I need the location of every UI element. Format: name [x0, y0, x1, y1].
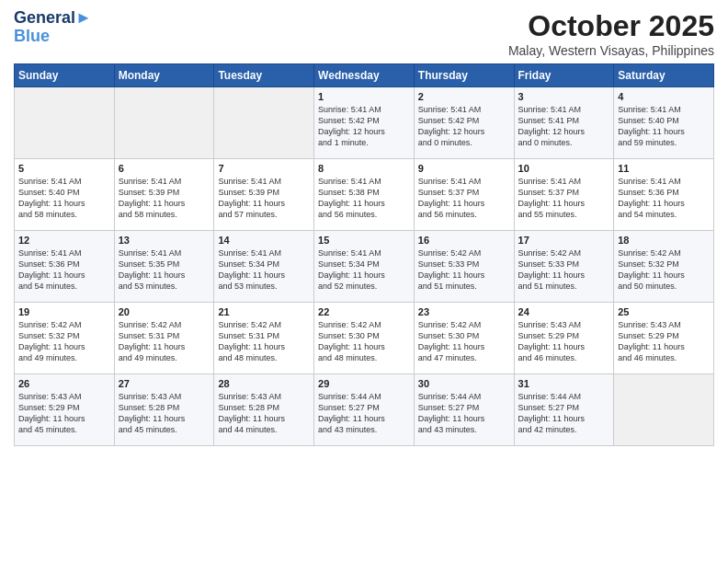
subtitle: Malay, Western Visayas, Philippines: [508, 43, 714, 58]
cell-text: Daylight: 11 hours: [119, 341, 210, 352]
cell-text: Daylight: 11 hours: [218, 413, 310, 424]
cell-text: and 42 minutes.: [518, 424, 610, 435]
day-number: 31: [518, 378, 610, 389]
cell-text: and 49 minutes.: [18, 352, 110, 363]
day-number: 9: [418, 163, 510, 174]
day-number: 22: [318, 306, 410, 317]
cell-text: Sunrise: 5:42 AM: [618, 247, 710, 259]
cell-text: Sunset: 5:37 PM: [518, 187, 610, 198]
cell-text: Daylight: 11 hours: [418, 198, 510, 209]
cell-text: and 53 minutes.: [119, 281, 210, 292]
day-number: 10: [518, 163, 610, 174]
cell-text: Daylight: 11 hours: [318, 341, 410, 352]
cell-text: Sunrise: 5:41 AM: [218, 247, 310, 259]
day-number: 23: [418, 306, 510, 317]
day-number: 21: [218, 306, 310, 317]
cell-text: Sunrise: 5:42 AM: [518, 247, 610, 259]
cell-text: and 53 minutes.: [218, 281, 310, 292]
cell-text: Sunrise: 5:42 AM: [318, 319, 410, 330]
day-number: 13: [119, 235, 210, 246]
cell-text: Daylight: 11 hours: [618, 341, 710, 352]
cell-text: Daylight: 12 hours: [518, 126, 610, 137]
calendar-week-1: 1Sunrise: 5:41 AMSunset: 5:42 PMDaylight…: [15, 87, 714, 159]
cell-text: Sunrise: 5:41 AM: [218, 176, 310, 187]
cell-text: Sunrise: 5:41 AM: [618, 176, 710, 187]
cell-text: Sunrise: 5:41 AM: [618, 104, 710, 115]
calendar-cell: 16Sunrise: 5:42 AMSunset: 5:33 PMDayligh…: [414, 231, 514, 303]
logo-text: General►: [14, 9, 92, 28]
day-number: 29: [318, 378, 410, 389]
calendar-week-5: 26Sunrise: 5:43 AMSunset: 5:29 PMDayligh…: [15, 374, 714, 446]
cell-text: Sunset: 5:42 PM: [418, 115, 510, 126]
cell-text: and 1 minute.: [318, 137, 410, 148]
title-block: October 2025 Malay, Western Visayas, Phi…: [508, 9, 714, 58]
cell-text: and 46 minutes.: [518, 352, 610, 363]
calendar-cell: 28Sunrise: 5:43 AMSunset: 5:28 PMDayligh…: [214, 374, 314, 446]
day-number: 3: [518, 91, 610, 102]
calendar-cell: [114, 87, 214, 159]
cell-text: Sunrise: 5:42 AM: [119, 319, 210, 330]
cell-text: Sunrise: 5:42 AM: [18, 319, 110, 330]
cell-text: and 0 minutes.: [518, 137, 610, 148]
cell-text: Daylight: 11 hours: [218, 198, 310, 209]
col-tuesday: Tuesday: [214, 64, 314, 87]
cell-text: Daylight: 11 hours: [418, 270, 510, 281]
cell-text: Sunset: 5:32 PM: [618, 259, 710, 270]
cell-text: Daylight: 11 hours: [618, 270, 710, 281]
cell-text: Daylight: 11 hours: [518, 198, 610, 209]
calendar-week-2: 5Sunrise: 5:41 AMSunset: 5:40 PMDaylight…: [15, 159, 714, 231]
day-number: 24: [518, 306, 610, 317]
cell-text: and 43 minutes.: [418, 424, 510, 435]
calendar-cell: 6Sunrise: 5:41 AMSunset: 5:39 PMDaylight…: [114, 159, 214, 231]
calendar-cell: 20Sunrise: 5:42 AMSunset: 5:31 PMDayligh…: [114, 303, 214, 374]
cell-text: Daylight: 11 hours: [218, 341, 310, 352]
cell-text: Sunset: 5:28 PM: [119, 402, 210, 413]
calendar-cell: 2Sunrise: 5:41 AMSunset: 5:42 PMDaylight…: [414, 87, 514, 159]
col-sunday: Sunday: [15, 64, 115, 87]
cell-text: Sunset: 5:35 PM: [119, 259, 210, 270]
cell-text: Sunset: 5:29 PM: [18, 402, 110, 413]
calendar-cell: 19Sunrise: 5:42 AMSunset: 5:32 PMDayligh…: [15, 303, 115, 374]
calendar-cell: 25Sunrise: 5:43 AMSunset: 5:29 PMDayligh…: [614, 303, 714, 374]
calendar-cell: 13Sunrise: 5:41 AMSunset: 5:35 PMDayligh…: [114, 231, 214, 303]
cell-text: Sunset: 5:39 PM: [119, 187, 210, 198]
calendar-cell: 22Sunrise: 5:42 AMSunset: 5:30 PMDayligh…: [314, 303, 415, 374]
cell-text: Sunrise: 5:44 AM: [418, 391, 510, 402]
cell-text: Daylight: 11 hours: [518, 270, 610, 281]
cell-text: Sunset: 5:29 PM: [618, 330, 710, 341]
col-wednesday: Wednesday: [314, 64, 415, 87]
cell-text: Sunset: 5:39 PM: [218, 187, 310, 198]
cell-text: and 52 minutes.: [318, 281, 410, 292]
cell-text: Sunrise: 5:41 AM: [318, 176, 410, 187]
cell-text: Daylight: 11 hours: [418, 413, 510, 424]
day-number: 28: [218, 378, 310, 389]
calendar-cell: 9Sunrise: 5:41 AMSunset: 5:37 PMDaylight…: [414, 159, 514, 231]
calendar-cell: 4Sunrise: 5:41 AMSunset: 5:40 PMDaylight…: [614, 87, 714, 159]
cell-text: Sunset: 5:31 PM: [218, 330, 310, 341]
calendar-cell: 18Sunrise: 5:42 AMSunset: 5:32 PMDayligh…: [614, 231, 714, 303]
cell-text: Daylight: 11 hours: [618, 126, 710, 137]
day-number: 17: [518, 235, 610, 246]
cell-text: Sunrise: 5:41 AM: [18, 176, 110, 187]
cell-text: Sunrise: 5:43 AM: [218, 391, 310, 402]
cell-text: Daylight: 11 hours: [119, 413, 210, 424]
calendar-week-4: 19Sunrise: 5:42 AMSunset: 5:32 PMDayligh…: [15, 303, 714, 374]
cell-text: and 48 minutes.: [318, 352, 410, 363]
cell-text: Sunset: 5:40 PM: [618, 115, 710, 126]
cell-text: Sunset: 5:27 PM: [518, 402, 610, 413]
cell-text: Sunrise: 5:44 AM: [318, 391, 410, 402]
cell-text: and 55 minutes.: [518, 209, 610, 220]
cell-text: Sunset: 5:34 PM: [218, 259, 310, 270]
logo: General► Blue: [14, 9, 92, 46]
calendar-cell: 10Sunrise: 5:41 AMSunset: 5:37 PMDayligh…: [514, 159, 614, 231]
header: General► Blue October 2025 Malay, Wester…: [14, 9, 714, 58]
col-monday: Monday: [114, 64, 214, 87]
cell-text: and 57 minutes.: [218, 209, 310, 220]
cell-text: Sunset: 5:42 PM: [318, 115, 410, 126]
day-number: 27: [119, 378, 210, 389]
cell-text: Sunset: 5:30 PM: [418, 330, 510, 341]
cell-text: and 0 minutes.: [418, 137, 510, 148]
cell-text: Daylight: 11 hours: [119, 198, 210, 209]
calendar-cell: 15Sunrise: 5:41 AMSunset: 5:34 PMDayligh…: [314, 231, 415, 303]
cell-text: and 56 minutes.: [318, 209, 410, 220]
